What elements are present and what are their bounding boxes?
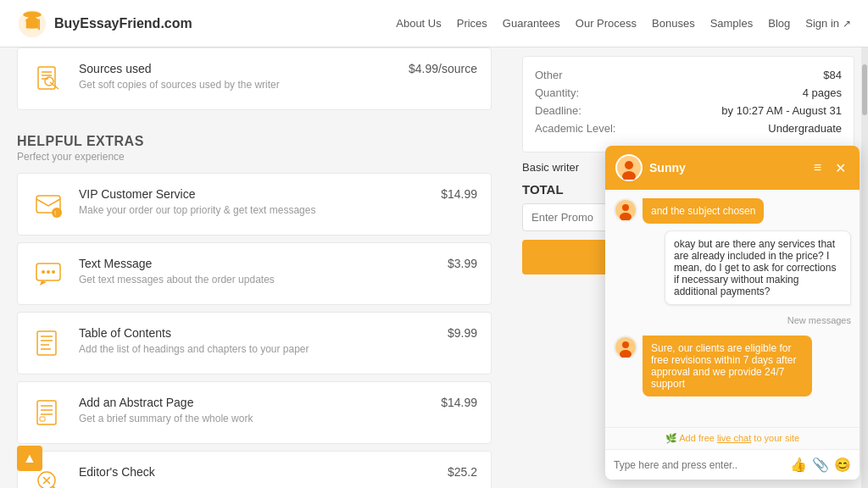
thumbup-icon[interactable]: 👍	[790, 457, 807, 473]
chat-input-actions: 👍 📎 😊	[790, 457, 851, 473]
chat-message-1: and the subject chosen	[614, 198, 851, 224]
academic-label: Academic Level:	[535, 122, 615, 135]
branding-link[interactable]: live chat	[717, 433, 751, 443]
branding-suffix: to your site	[754, 433, 799, 443]
nav-signin[interactable]: Sign in ↗	[805, 17, 851, 30]
chat-body: and the subject chosen okay but are ther…	[605, 190, 860, 427]
abstract-icon	[31, 396, 65, 430]
section-subtitle: Perfect your experience	[17, 151, 492, 163]
svg-point-36	[622, 204, 629, 211]
left-panel: Sources used Get soft copies of sources …	[0, 47, 509, 488]
section-title: HELPFUL extras	[17, 134, 492, 149]
nav-blog[interactable]: Blog	[768, 17, 790, 30]
nav-our-process[interactable]: Our Process	[576, 17, 637, 30]
vip-content: VIP Customer Service Make your order our…	[79, 187, 427, 216]
nav-samples[interactable]: Samples	[710, 17, 754, 30]
sources-price: $4.99/source	[409, 62, 477, 75]
chat-menu-button[interactable]: ≡	[810, 158, 825, 178]
agent-avatar-msg3	[614, 336, 637, 359]
basic-writer-label: Basic writer	[522, 161, 579, 174]
chat-message-2: okay but are there any services that are…	[614, 230, 851, 305]
nav-guarantees[interactable]: Guarantees	[503, 17, 560, 30]
editors-check-card: Editor's Check $25.2	[17, 451, 492, 488]
svg-point-12	[52, 208, 62, 218]
table-of-contents-card: Table of Contents Add the list of headin…	[17, 312, 492, 374]
editors-check-title: Editor's Check	[79, 465, 434, 479]
text-message-price: $3.99	[448, 257, 477, 270]
svg-point-10	[45, 77, 53, 86]
table-of-contents-price: $9.99	[448, 326, 477, 340]
branding-text: Add free	[679, 433, 717, 443]
chat-header: Sunny ≡ ✕	[605, 146, 860, 190]
chat-input-area: 👍 📎 😊	[605, 449, 860, 480]
abstract-title: Add an Abstract Page	[79, 396, 427, 409]
header: BuyEssayFriend.com About Us Prices Guara…	[0, 0, 868, 47]
logo-icon	[17, 8, 47, 39]
text-message-title: Text Message	[79, 257, 434, 270]
scrollbar[interactable]	[861, 47, 868, 488]
table-of-contents-desc: Add the list of headings and chapters to…	[79, 343, 434, 355]
paperclip-icon[interactable]: 📎	[812, 457, 829, 473]
agent-avatar-msg1	[614, 198, 637, 222]
svg-point-33	[625, 161, 633, 169]
svg-point-16	[47, 270, 50, 274]
chat-header-actions: ≡ ✕	[810, 158, 849, 178]
abstract-content: Add an Abstract Page Get a brief summary…	[79, 396, 427, 424]
deadline-value: by 10:27 AM - August 31	[721, 104, 842, 117]
abstract-card: Add an Abstract Page Get a brief summary…	[17, 381, 492, 444]
vip-icon: !	[31, 187, 65, 221]
vip-desc: Make your order our top priority & get t…	[79, 204, 427, 216]
quantity-label: Quantity:	[535, 86, 579, 99]
chat-agent-name: Sunny	[649, 161, 804, 175]
main-nav: About Us Prices Guarantees Our Process B…	[396, 17, 851, 30]
svg-point-4	[23, 11, 42, 17]
svg-rect-2	[30, 24, 34, 28]
chat-message-3: Sure, our clients are eligible for free …	[614, 336, 851, 396]
sources-desc: Get soft copies of sources used by the w…	[79, 79, 395, 91]
chat-widget: Sunny ≡ ✕ and the subject chosen okay bu…	[605, 146, 860, 480]
svg-text:!: !	[54, 209, 56, 217]
academic-value: Undergraduate	[768, 122, 842, 135]
signin-icon: ↗	[843, 18, 851, 30]
other-label: Other	[535, 69, 563, 81]
branding-leaf: 🌿	[665, 433, 677, 443]
text-message-content: Text Message Get text messages about the…	[79, 257, 434, 286]
emoji-icon[interactable]: 😊	[834, 457, 851, 473]
chat-branding: 🌿 Add free live chat to your site	[605, 427, 860, 449]
vip-card: ! VIP Customer Service Make your order o…	[17, 173, 492, 236]
abstract-price: $14.99	[441, 396, 477, 409]
scroll-thumb	[862, 64, 867, 115]
quantity-value: 4 pages	[803, 86, 842, 99]
svg-rect-18	[37, 331, 56, 355]
nav-about[interactable]: About Us	[396, 17, 441, 30]
text-message-icon	[31, 257, 65, 291]
sources-icon	[31, 62, 65, 96]
vip-title: VIP Customer Service	[79, 187, 427, 201]
summary-row-quantity: Quantity: 4 pages	[535, 86, 842, 99]
svg-point-39	[622, 341, 629, 348]
nav-prices[interactable]: Prices	[457, 17, 487, 30]
summary-row-academic: Academic Level: Undergraduate	[535, 122, 842, 135]
helpful-extras-header: HELPFUL extras Perfect your experience	[17, 117, 492, 173]
logo-text: BuyEssayFriend.com	[54, 16, 192, 31]
chat-text-input[interactable]	[614, 459, 785, 471]
svg-rect-3	[38, 19, 40, 30]
chat-agent-avatar	[615, 154, 643, 181]
text-message-card: Text Message Get text messages about the…	[17, 242, 492, 305]
sources-title: Sources used	[79, 62, 395, 75]
user-message-1: okay but are there any services that are…	[665, 230, 851, 305]
chat-close-button[interactable]: ✕	[832, 158, 849, 178]
back-to-top-button[interactable]: ▲	[17, 446, 42, 471]
vip-price: $14.99	[441, 187, 477, 201]
new-messages-label: New messages	[614, 312, 851, 329]
table-of-contents-content: Table of Contents Add the list of headin…	[79, 326, 434, 355]
agent-message-1: and the subject chosen	[643, 198, 764, 224]
table-of-contents-title: Table of Contents	[79, 326, 434, 340]
editors-check-content: Editor's Check	[79, 465, 434, 482]
nav-bonuses[interactable]: Bonuses	[652, 17, 695, 30]
summary-row-deadline: Deadline: by 10:27 AM - August 31	[535, 104, 842, 117]
agent-message-2: Sure, our clients are eligible for free …	[643, 336, 812, 396]
table-icon	[31, 326, 65, 360]
sources-used-card: Sources used Get soft copies of sources …	[17, 47, 492, 110]
editors-check-price: $25.2	[448, 465, 477, 479]
